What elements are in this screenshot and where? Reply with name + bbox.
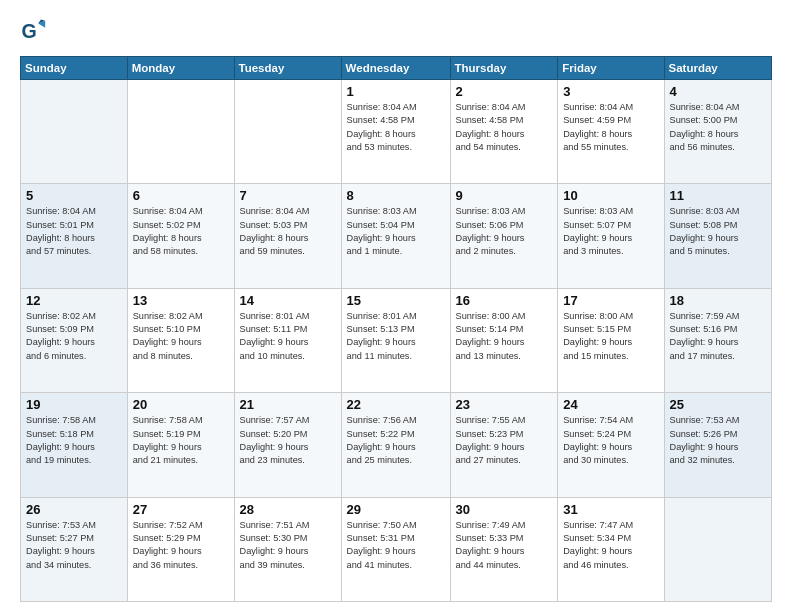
day-number: 25 xyxy=(670,397,767,412)
day-number: 29 xyxy=(347,502,445,517)
day-number: 15 xyxy=(347,293,445,308)
calendar-cell: 29Sunrise: 7:50 AM Sunset: 5:31 PM Dayli… xyxy=(341,497,450,601)
day-info: Sunrise: 8:04 AM Sunset: 5:00 PM Dayligh… xyxy=(670,101,767,154)
calendar-cell: 30Sunrise: 7:49 AM Sunset: 5:33 PM Dayli… xyxy=(450,497,558,601)
day-number: 1 xyxy=(347,84,445,99)
day-number: 3 xyxy=(563,84,658,99)
day-info: Sunrise: 8:04 AM Sunset: 4:58 PM Dayligh… xyxy=(347,101,445,154)
day-info: Sunrise: 7:58 AM Sunset: 5:19 PM Dayligh… xyxy=(133,414,229,467)
day-number: 31 xyxy=(563,502,658,517)
day-number: 12 xyxy=(26,293,122,308)
week-row-2: 5Sunrise: 8:04 AM Sunset: 5:01 PM Daylig… xyxy=(21,184,772,288)
day-number: 8 xyxy=(347,188,445,203)
svg-text:G: G xyxy=(21,20,36,42)
day-info: Sunrise: 8:03 AM Sunset: 5:07 PM Dayligh… xyxy=(563,205,658,258)
logo: G xyxy=(20,18,52,46)
weekday-header-row: SundayMondayTuesdayWednesdayThursdayFrid… xyxy=(21,57,772,80)
day-info: Sunrise: 7:52 AM Sunset: 5:29 PM Dayligh… xyxy=(133,519,229,572)
day-info: Sunrise: 7:56 AM Sunset: 5:22 PM Dayligh… xyxy=(347,414,445,467)
day-info: Sunrise: 8:02 AM Sunset: 5:10 PM Dayligh… xyxy=(133,310,229,363)
weekday-friday: Friday xyxy=(558,57,664,80)
day-number: 10 xyxy=(563,188,658,203)
calendar-cell: 11Sunrise: 8:03 AM Sunset: 5:08 PM Dayli… xyxy=(664,184,772,288)
day-info: Sunrise: 8:03 AM Sunset: 5:08 PM Dayligh… xyxy=(670,205,767,258)
calendar-cell: 17Sunrise: 8:00 AM Sunset: 5:15 PM Dayli… xyxy=(558,288,664,392)
day-number: 27 xyxy=(133,502,229,517)
day-info: Sunrise: 8:01 AM Sunset: 5:13 PM Dayligh… xyxy=(347,310,445,363)
day-info: Sunrise: 7:59 AM Sunset: 5:16 PM Dayligh… xyxy=(670,310,767,363)
day-number: 23 xyxy=(456,397,553,412)
weekday-thursday: Thursday xyxy=(450,57,558,80)
day-number: 4 xyxy=(670,84,767,99)
day-number: 6 xyxy=(133,188,229,203)
calendar-cell xyxy=(21,80,128,184)
day-info: Sunrise: 8:04 AM Sunset: 5:02 PM Dayligh… xyxy=(133,205,229,258)
week-row-1: 1Sunrise: 8:04 AM Sunset: 4:58 PM Daylig… xyxy=(21,80,772,184)
day-number: 5 xyxy=(26,188,122,203)
day-number: 14 xyxy=(240,293,336,308)
week-row-3: 12Sunrise: 8:02 AM Sunset: 5:09 PM Dayli… xyxy=(21,288,772,392)
calendar-cell: 27Sunrise: 7:52 AM Sunset: 5:29 PM Dayli… xyxy=(127,497,234,601)
calendar-cell: 20Sunrise: 7:58 AM Sunset: 5:19 PM Dayli… xyxy=(127,393,234,497)
weekday-monday: Monday xyxy=(127,57,234,80)
day-number: 19 xyxy=(26,397,122,412)
day-info: Sunrise: 7:53 AM Sunset: 5:26 PM Dayligh… xyxy=(670,414,767,467)
calendar-cell: 24Sunrise: 7:54 AM Sunset: 5:24 PM Dayli… xyxy=(558,393,664,497)
day-number: 2 xyxy=(456,84,553,99)
calendar-cell: 16Sunrise: 8:00 AM Sunset: 5:14 PM Dayli… xyxy=(450,288,558,392)
calendar-cell: 13Sunrise: 8:02 AM Sunset: 5:10 PM Dayli… xyxy=(127,288,234,392)
day-info: Sunrise: 8:04 AM Sunset: 4:59 PM Dayligh… xyxy=(563,101,658,154)
weekday-tuesday: Tuesday xyxy=(234,57,341,80)
day-number: 22 xyxy=(347,397,445,412)
calendar-cell: 2Sunrise: 8:04 AM Sunset: 4:58 PM Daylig… xyxy=(450,80,558,184)
day-info: Sunrise: 8:04 AM Sunset: 5:01 PM Dayligh… xyxy=(26,205,122,258)
day-info: Sunrise: 7:57 AM Sunset: 5:20 PM Dayligh… xyxy=(240,414,336,467)
calendar: SundayMondayTuesdayWednesdayThursdayFrid… xyxy=(20,56,772,602)
day-info: Sunrise: 8:04 AM Sunset: 5:03 PM Dayligh… xyxy=(240,205,336,258)
calendar-cell: 18Sunrise: 7:59 AM Sunset: 5:16 PM Dayli… xyxy=(664,288,772,392)
calendar-cell: 12Sunrise: 8:02 AM Sunset: 5:09 PM Dayli… xyxy=(21,288,128,392)
week-row-5: 26Sunrise: 7:53 AM Sunset: 5:27 PM Dayli… xyxy=(21,497,772,601)
page: G SundayMondayTuesdayWednesdayThursdayFr… xyxy=(0,0,792,612)
day-info: Sunrise: 7:51 AM Sunset: 5:30 PM Dayligh… xyxy=(240,519,336,572)
day-info: Sunrise: 8:00 AM Sunset: 5:14 PM Dayligh… xyxy=(456,310,553,363)
calendar-cell: 7Sunrise: 8:04 AM Sunset: 5:03 PM Daylig… xyxy=(234,184,341,288)
day-info: Sunrise: 7:49 AM Sunset: 5:33 PM Dayligh… xyxy=(456,519,553,572)
calendar-cell: 1Sunrise: 8:04 AM Sunset: 4:58 PM Daylig… xyxy=(341,80,450,184)
calendar-cell: 4Sunrise: 8:04 AM Sunset: 5:00 PM Daylig… xyxy=(664,80,772,184)
day-info: Sunrise: 7:54 AM Sunset: 5:24 PM Dayligh… xyxy=(563,414,658,467)
calendar-cell: 14Sunrise: 8:01 AM Sunset: 5:11 PM Dayli… xyxy=(234,288,341,392)
calendar-cell: 10Sunrise: 8:03 AM Sunset: 5:07 PM Dayli… xyxy=(558,184,664,288)
calendar-cell xyxy=(234,80,341,184)
weekday-sunday: Sunday xyxy=(21,57,128,80)
calendar-cell: 15Sunrise: 8:01 AM Sunset: 5:13 PM Dayli… xyxy=(341,288,450,392)
day-number: 7 xyxy=(240,188,336,203)
day-info: Sunrise: 7:58 AM Sunset: 5:18 PM Dayligh… xyxy=(26,414,122,467)
calendar-cell: 31Sunrise: 7:47 AM Sunset: 5:34 PM Dayli… xyxy=(558,497,664,601)
calendar-cell: 9Sunrise: 8:03 AM Sunset: 5:06 PM Daylig… xyxy=(450,184,558,288)
calendar-cell: 25Sunrise: 7:53 AM Sunset: 5:26 PM Dayli… xyxy=(664,393,772,497)
day-info: Sunrise: 8:03 AM Sunset: 5:04 PM Dayligh… xyxy=(347,205,445,258)
calendar-cell: 22Sunrise: 7:56 AM Sunset: 5:22 PM Dayli… xyxy=(341,393,450,497)
day-info: Sunrise: 8:04 AM Sunset: 4:58 PM Dayligh… xyxy=(456,101,553,154)
day-info: Sunrise: 8:03 AM Sunset: 5:06 PM Dayligh… xyxy=(456,205,553,258)
week-row-4: 19Sunrise: 7:58 AM Sunset: 5:18 PM Dayli… xyxy=(21,393,772,497)
day-number: 11 xyxy=(670,188,767,203)
day-number: 9 xyxy=(456,188,553,203)
day-number: 26 xyxy=(26,502,122,517)
calendar-cell xyxy=(664,497,772,601)
day-number: 30 xyxy=(456,502,553,517)
day-number: 18 xyxy=(670,293,767,308)
day-info: Sunrise: 8:02 AM Sunset: 5:09 PM Dayligh… xyxy=(26,310,122,363)
day-number: 17 xyxy=(563,293,658,308)
calendar-cell: 26Sunrise: 7:53 AM Sunset: 5:27 PM Dayli… xyxy=(21,497,128,601)
day-info: Sunrise: 8:00 AM Sunset: 5:15 PM Dayligh… xyxy=(563,310,658,363)
day-number: 24 xyxy=(563,397,658,412)
weekday-wednesday: Wednesday xyxy=(341,57,450,80)
logo-icon: G xyxy=(20,18,48,46)
calendar-cell: 3Sunrise: 8:04 AM Sunset: 4:59 PM Daylig… xyxy=(558,80,664,184)
day-info: Sunrise: 7:53 AM Sunset: 5:27 PM Dayligh… xyxy=(26,519,122,572)
day-number: 21 xyxy=(240,397,336,412)
header: G xyxy=(20,18,772,46)
day-number: 28 xyxy=(240,502,336,517)
